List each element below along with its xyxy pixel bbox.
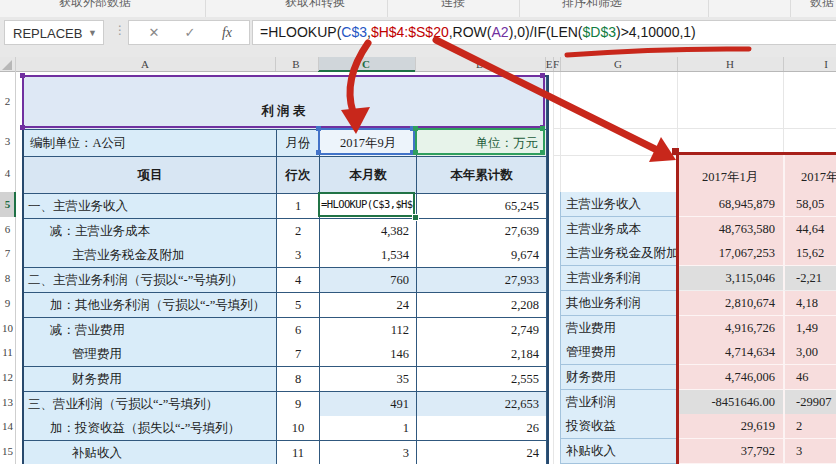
row-header-13[interactable]: 13 (0, 395, 15, 409)
cell-lookup-jan[interactable]: 3,115,046 (677, 266, 783, 291)
cell-item[interactable]: 减：主营业务成本 (24, 219, 277, 244)
row-header-5[interactable]: 5 (0, 197, 15, 211)
cell-current-month[interactable]: 760 (320, 268, 417, 293)
cell-current-month[interactable]: 24 (320, 293, 417, 318)
cell-lookup-label[interactable]: 主营业务税金及附加 (560, 241, 677, 266)
cell-lookup-jan[interactable]: 29,619 (677, 414, 783, 439)
cell-lookup-jan[interactable]: 4,714,634 (677, 340, 783, 365)
name-box-dropdown-icon[interactable]: ▼ (88, 21, 97, 46)
cell-lookup-label[interactable]: 营业费用 (560, 316, 677, 341)
cell-ytd[interactable]: 2,208 (417, 293, 547, 318)
cell-lookup-label[interactable]: 营业利润 (560, 390, 677, 415)
cell-item[interactable]: 管理费用 (24, 342, 277, 367)
cell-lookup-feb[interactable]: 4,18 (783, 291, 836, 316)
cell-lookup-label[interactable]: 财务费用 (560, 365, 677, 390)
cell-current-month[interactable]: 1,534 (320, 243, 417, 268)
cell-item[interactable]: 二、主营业务利润（亏损以“-”号填列） (24, 268, 277, 293)
row-header-7[interactable]: 7 (0, 246, 15, 260)
unit-cell[interactable]: 单位：万元 (417, 130, 547, 157)
cell-item[interactable]: 补贴收入 (24, 441, 277, 464)
cell-lookup-feb[interactable]: 46 (783, 365, 836, 390)
cell-lookup-label[interactable]: 管理费用 (560, 340, 677, 365)
cell-current-month[interactable]: 1 (320, 416, 417, 441)
cell-lookup-jan[interactable]: 4,916,726 (677, 316, 783, 341)
cell-lookup-feb[interactable]: 15,62 (783, 241, 836, 266)
row-header-4[interactable]: 4 (0, 166, 15, 180)
cell-current-month[interactable]: 491 (320, 392, 417, 417)
cell-item[interactable]: 财务费用 (24, 367, 277, 392)
column-header-h[interactable]: H (726, 57, 734, 72)
cell-current-month[interactable]: 35 (320, 367, 417, 392)
cell-lookup-label[interactable]: 主营业务收入 (560, 192, 677, 217)
cell-ytd[interactable]: 22,653 (417, 392, 547, 417)
cell-lookup-jan[interactable]: 17,067,253 (677, 241, 783, 266)
cell-line-no[interactable]: 9 (277, 392, 320, 417)
cell-item[interactable]: 加：投资收益（损失以“-”号填列） (24, 416, 277, 441)
cell-lookup-feb[interactable]: -29907 (783, 390, 836, 415)
cell-line-no[interactable]: 5 (277, 293, 320, 318)
cell-item[interactable]: 减：营业费用 (24, 318, 277, 343)
column-header-e[interactable]: E (546, 57, 553, 72)
cell-lookup-feb[interactable]: 44,64 (783, 217, 836, 242)
cell-ytd[interactable]: 2,749 (417, 318, 547, 343)
cell-lookup-feb[interactable]: 2 (783, 414, 836, 439)
cell-lookup-feb[interactable]: 3 (783, 439, 836, 464)
cell-current-month[interactable]: 146 (320, 342, 417, 367)
cell-ytd[interactable]: 9,674 (417, 243, 547, 268)
cell-ytd[interactable]: 2,184 (417, 342, 547, 367)
row-header-2[interactable]: 2 (0, 94, 15, 108)
cell-item[interactable]: 主营业务税金及附加 (24, 243, 277, 268)
cell-item[interactable]: 一、主营业务收入 (24, 194, 277, 219)
cell-line-no[interactable]: 11 (277, 441, 320, 464)
header-item[interactable]: 项目 (24, 157, 277, 194)
row-header-8[interactable]: 8 (0, 271, 15, 285)
row-header-12[interactable]: 12 (0, 370, 15, 384)
cell-lookup-jan[interactable]: 48,763,580 (677, 217, 783, 242)
cell-lookup-jan[interactable]: 2,810,674 (677, 291, 783, 316)
lookup-header-jan[interactable]: 2017年1月 (677, 155, 783, 192)
cell-item[interactable]: 加：其他业务利润（亏损以“-”号填列） (24, 293, 277, 318)
name-box[interactable]: REPLACEB ▼ (4, 20, 104, 45)
cell-lookup-label[interactable]: 补贴收入 (560, 439, 677, 464)
cell-lookup-feb[interactable]: 3,00 (783, 340, 836, 365)
cell-ytd[interactable]: 27,639 (417, 219, 547, 244)
cell-lookup-feb[interactable]: 58,05 (783, 192, 836, 217)
cell-line-no[interactable]: 8 (277, 367, 320, 392)
cell-current-month[interactable]: 3 (320, 441, 417, 464)
cell-lookup-label[interactable]: 主营业务成本 (560, 217, 677, 242)
cell-lookup-label[interactable]: 投资收益 (560, 414, 677, 439)
month-value-cell[interactable]: 2017年9月 (320, 130, 417, 157)
column-header-c[interactable]: C (362, 57, 370, 72)
row-header-9[interactable]: 9 (0, 296, 15, 310)
cell-ytd[interactable]: 24 (417, 441, 547, 464)
cell-lookup-label[interactable]: 其他业务利润 (560, 291, 677, 316)
cell-line-no[interactable]: 6 (277, 318, 320, 343)
column-header-d[interactable]: D (476, 57, 484, 72)
cell-lookup-jan[interactable]: 37,792 (677, 439, 783, 464)
month-label-cell[interactable]: 月份 (277, 130, 320, 157)
cell-lookup-jan[interactable]: -8451646.00 (677, 390, 783, 415)
cell-line-no[interactable]: 10 (277, 416, 320, 441)
cell-ytd[interactable]: 26 (417, 416, 547, 441)
column-header-i[interactable]: I (824, 57, 828, 72)
row-header-11[interactable]: 11 (0, 345, 15, 359)
row-header-14[interactable]: 14 (0, 419, 15, 433)
row-header-6[interactable]: 6 (0, 222, 15, 236)
cell-current-month[interactable]: 112 (320, 318, 417, 343)
cell-lookup-feb[interactable]: -2,21 (783, 266, 836, 291)
lookup-header-feb[interactable]: 2017年2月 (783, 155, 836, 192)
enter-button[interactable]: ✓ (185, 21, 196, 44)
fill-handle[interactable] (412, 214, 419, 221)
cell-line-no[interactable]: 1 (277, 194, 320, 219)
column-header-b[interactable]: B (292, 57, 299, 72)
column-header-g[interactable]: G (614, 57, 622, 72)
cell-lookup-jan[interactable]: 68,945,879 (677, 192, 783, 217)
row-header-3[interactable]: 3 (0, 134, 15, 148)
formula-bar[interactable]: =HLOOKUP(C$3,$H$4:$S$20,ROW(A2),0)/IF(LE… (252, 20, 836, 45)
cell-lookup-feb[interactable]: 1,49 (783, 316, 836, 341)
cancel-button[interactable]: ✕ (149, 21, 160, 44)
cell-ytd[interactable]: 2,555 (417, 367, 547, 392)
prepared-by-cell[interactable]: 编制单位：A公司 (24, 130, 277, 157)
cell-item[interactable]: 三、营业利润（亏损以“-”号填列） (24, 392, 277, 417)
header-line-no[interactable]: 行次 (277, 157, 320, 194)
